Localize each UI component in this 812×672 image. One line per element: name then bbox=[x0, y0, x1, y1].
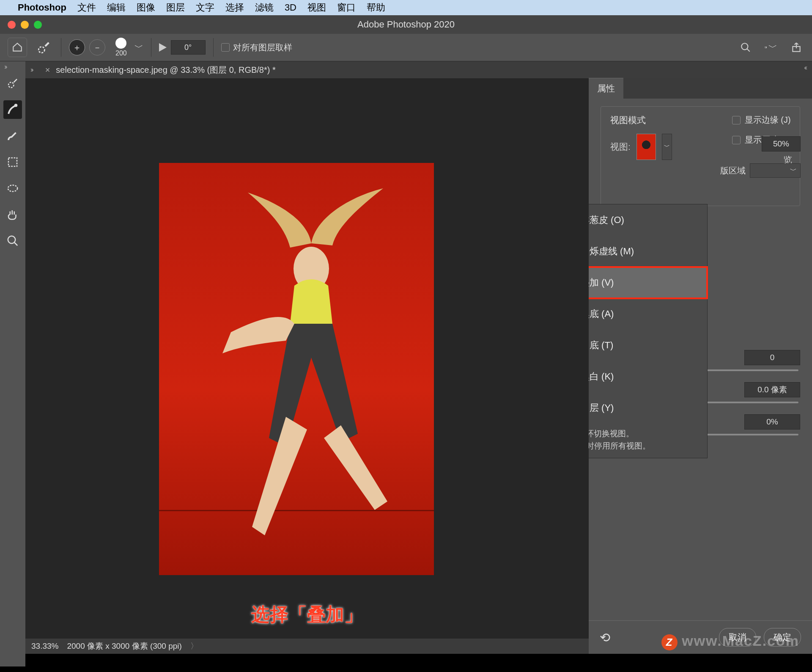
status-bar: 33.33% 2000 像素 x 3000 像素 (300 ppi) 〉 bbox=[25, 639, 589, 654]
menu-filter[interactable]: 滤镜 bbox=[255, 1, 274, 14]
hint-line: 按 F 键循环切换视图。 bbox=[589, 428, 700, 440]
menu-type[interactable]: 文字 bbox=[196, 1, 214, 14]
view-option-onion-skin[interactable]: 洋葱皮 (O) bbox=[589, 204, 707, 236]
menubar-app-name[interactable]: Photoshop bbox=[18, 2, 66, 13]
view-option-on-layers[interactable]: 图层 (Y) bbox=[589, 392, 707, 424]
view-option-marching-ants[interactable]: 闪烁虚线 (M) bbox=[589, 236, 707, 267]
document-info[interactable]: 2000 像素 x 3000 像素 (300 ppi) bbox=[67, 641, 181, 652]
checkbox-icon bbox=[732, 116, 741, 124]
smooth-value[interactable]: 0 bbox=[744, 350, 800, 365]
mask-area-label-fragment: 版区域 bbox=[720, 165, 746, 176]
svg-point-6 bbox=[15, 105, 17, 107]
brush-size-control[interactable]: 200 bbox=[115, 38, 127, 57]
menu-image[interactable]: 图像 bbox=[137, 1, 155, 14]
info-menu-icon[interactable]: 〉 bbox=[190, 641, 198, 652]
contrast-value[interactable]: 0% bbox=[744, 414, 800, 430]
add-to-selection-button[interactable]: ＋ bbox=[69, 39, 85, 55]
document-tab-title: selection-masking-space.jpeg @ 33.3% (图层… bbox=[56, 64, 275, 76]
menu-3d[interactable]: 3D bbox=[285, 2, 296, 13]
brush-size-value: 200 bbox=[115, 50, 127, 57]
svg-point-1 bbox=[741, 43, 748, 50]
share-icon bbox=[791, 42, 802, 53]
view-option-label: 叠加 (V) bbox=[589, 276, 614, 289]
quick-selection-tool[interactable] bbox=[3, 74, 22, 93]
tool-preset-picker[interactable] bbox=[35, 38, 53, 57]
view-option-overlay[interactable]: 叠加 (V) bbox=[589, 267, 707, 298]
angle-icon bbox=[159, 43, 167, 52]
menu-layer[interactable]: 图层 bbox=[166, 1, 185, 14]
menu-file[interactable]: 文件 bbox=[77, 1, 96, 14]
ok-button[interactable]: 确定 bbox=[764, 628, 801, 647]
object-selection-tool[interactable] bbox=[3, 179, 22, 198]
reset-button[interactable]: ⟲ bbox=[600, 630, 610, 645]
menu-help[interactable]: 帮助 bbox=[367, 1, 385, 14]
show-edge-checkbox[interactable]: 显示边缘 (J) bbox=[732, 114, 792, 126]
view-option-on-white[interactable]: 白底 (T) bbox=[589, 330, 707, 361]
workspace-switcher[interactable]: ﹀ bbox=[765, 41, 777, 54]
view-thumbnail[interactable] bbox=[636, 134, 656, 160]
tab-overflow-icon[interactable]: ›› bbox=[30, 66, 33, 74]
view-option-label: 闪烁虚线 (M) bbox=[589, 245, 634, 258]
hand-tool[interactable] bbox=[3, 205, 22, 224]
annotation-caption: 选择「叠加」 bbox=[251, 602, 363, 627]
lasso-tool[interactable] bbox=[3, 153, 22, 171]
panel-footer: ⟲ 取消 确定 bbox=[589, 620, 812, 654]
canvas[interactable]: 选择「叠加」 bbox=[25, 78, 589, 639]
window-title: Adobe Photoshop 2020 bbox=[0, 19, 812, 30]
view-label: 视图: bbox=[610, 141, 631, 153]
quick-selection-icon bbox=[37, 40, 51, 55]
feather-value[interactable]: 0.0 像素 bbox=[744, 382, 800, 397]
view-option-label: 黑白 (K) bbox=[589, 370, 614, 383]
menu-window[interactable]: 窗口 bbox=[337, 1, 356, 14]
cancel-button[interactable]: 取消 bbox=[719, 628, 756, 647]
menu-view[interactable]: 视图 bbox=[307, 1, 326, 14]
view-option-label: 黑底 (A) bbox=[589, 308, 614, 320]
panel-collapse-icon[interactable]: ‹‹ bbox=[804, 64, 806, 72]
toolbar-expand-icon[interactable]: ›› bbox=[4, 63, 6, 71]
opacity-value[interactable]: 50% bbox=[762, 136, 801, 151]
svg-rect-3 bbox=[766, 47, 767, 48]
sample-all-layers-label: 对所有图层取样 bbox=[233, 42, 292, 53]
view-dropdown-button[interactable]: ﹀ bbox=[662, 134, 672, 160]
brush-angle-control: 0° bbox=[159, 40, 206, 55]
workspace-icon bbox=[765, 42, 767, 53]
divider bbox=[213, 38, 214, 57]
optionsbar-right-group: ﹀ bbox=[739, 41, 803, 54]
view-mode-dropdown: 洋葱皮 (O) 闪烁虚线 (M) 叠加 (V) 黑底 (A) 白底 (T) 黑白… bbox=[589, 204, 708, 458]
window-titlebar: Adobe Photoshop 2020 bbox=[0, 15, 812, 34]
show-edge-label: 显示边缘 (J) bbox=[745, 114, 791, 126]
document-tab-row: ›› × selection-masking-space.jpeg @ 33.3… bbox=[25, 61, 812, 78]
menu-edit[interactable]: 编辑 bbox=[107, 1, 126, 14]
panel-body: 视图模式 视图: ﹀ 显示边缘 (J) 显示原稿 (P) 览 50% 版区域 ﹀ bbox=[589, 99, 812, 620]
home-button[interactable] bbox=[8, 38, 27, 57]
search-button[interactable] bbox=[739, 41, 752, 54]
hint-line: 按 X 键暂时停用所有视图。 bbox=[589, 440, 700, 452]
close-tab-icon[interactable]: × bbox=[45, 65, 50, 75]
brush-size-caret-icon[interactable]: ﹀ bbox=[134, 41, 143, 53]
zoom-level[interactable]: 33.33% bbox=[31, 642, 58, 651]
view-mode-group: 视图模式 视图: ﹀ 显示边缘 (J) 显示原稿 (P) 览 50% 版区域 ﹀ bbox=[601, 106, 800, 206]
view-option-label: 图层 (Y) bbox=[589, 402, 614, 414]
angle-input[interactable]: 0° bbox=[171, 40, 206, 55]
view-option-label: 白底 (T) bbox=[589, 339, 613, 352]
svg-point-9 bbox=[8, 236, 16, 244]
indicates-select[interactable]: 版区域 ﹀ bbox=[720, 163, 801, 178]
brush-tool[interactable] bbox=[3, 127, 22, 145]
refine-edge-brush-tool[interactable] bbox=[3, 100, 22, 119]
select-and-mask-toolbar: ›› bbox=[0, 61, 25, 666]
subtract-from-selection-button[interactable]: － bbox=[89, 39, 105, 55]
document-tab[interactable]: × selection-masking-space.jpeg @ 33.3% (… bbox=[38, 61, 283, 78]
menu-select[interactable]: 选择 bbox=[225, 1, 244, 14]
properties-tab[interactable]: 属性 bbox=[589, 78, 623, 99]
svg-point-0 bbox=[38, 47, 44, 53]
artboard bbox=[159, 163, 434, 575]
view-option-on-black[interactable]: 黑底 (A) bbox=[589, 298, 707, 330]
sample-all-layers-checkbox[interactable]: 对所有图层取样 bbox=[221, 42, 292, 53]
workspace: ›› ›› × selection-masking-space.jpeg @ 3… bbox=[0, 61, 812, 654]
options-bar: ＋ － 200 ﹀ 0° 对所有图层取样 ﹀ bbox=[0, 34, 812, 61]
share-button[interactable] bbox=[790, 41, 803, 54]
properties-panel: 属性 视图模式 视图: ﹀ 显示边缘 (J) 显示原稿 (P) 览 50% bbox=[589, 78, 812, 654]
zoom-tool[interactable] bbox=[3, 231, 22, 250]
view-dropdown-hint: 按 F 键循环切换视图。 按 X 键暂时停用所有视图。 bbox=[589, 424, 707, 452]
view-option-black-white[interactable]: 黑白 (K) bbox=[589, 361, 707, 392]
